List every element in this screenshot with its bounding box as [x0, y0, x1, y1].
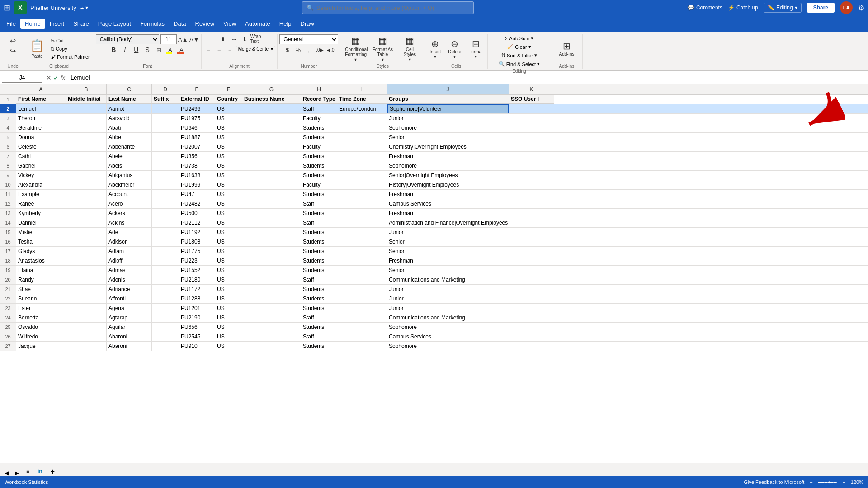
cell[interactable]: [509, 237, 554, 246]
cell-k1[interactable]: SSO User I: [509, 95, 554, 104]
cell[interactable]: Sophomore|Volunteer: [387, 104, 509, 113]
table-row[interactable]: 11ExampleAccountPU47USStudentsFreshman: [0, 190, 868, 199]
cell[interactable]: [337, 228, 387, 237]
user-avatar[interactable]: LA: [840, 1, 853, 14]
cell[interactable]: [242, 104, 301, 113]
cell[interactable]: [242, 171, 301, 180]
row-number[interactable]: 7: [0, 152, 16, 161]
cell[interactable]: Geraldine: [16, 123, 66, 132]
editing-button[interactable]: ✏️ Editing ▾: [764, 3, 802, 13]
cell[interactable]: Junior: [387, 285, 509, 294]
cell[interactable]: History|Overnight Employees: [387, 180, 509, 189]
cell[interactable]: PU1638: [179, 171, 215, 180]
cell[interactable]: US: [215, 114, 242, 123]
cell[interactable]: PU2496: [179, 104, 215, 113]
menu-home[interactable]: Home: [20, 19, 45, 29]
cell[interactable]: [337, 342, 387, 351]
feedback-text[interactable]: Give Feedback to Microsoft: [744, 479, 804, 485]
cell[interactable]: [66, 190, 107, 199]
cell[interactable]: Cathi: [16, 152, 66, 161]
cell[interactable]: PU1552: [179, 266, 215, 275]
cell-j1[interactable]: Groups: [387, 95, 509, 104]
cell[interactable]: [509, 323, 554, 332]
cell[interactable]: US: [215, 237, 242, 246]
name-box[interactable]: [2, 73, 42, 83]
cell[interactable]: Students: [301, 247, 337, 256]
row-number[interactable]: 8: [0, 161, 16, 170]
cell[interactable]: Aharoni: [107, 332, 152, 341]
format-cell-button[interactable]: ⊟ Format ▾: [466, 36, 486, 61]
sort-filter-button[interactable]: ⇅ Sort & Filter ▾: [500, 52, 539, 59]
cell[interactable]: Tesha: [16, 237, 66, 246]
cell[interactable]: PU656: [179, 323, 215, 332]
table-row[interactable]: 2LemuelAamotPU2496USStaffEurope/LondonSo…: [0, 104, 868, 114]
cell[interactable]: Faculty: [301, 114, 337, 123]
cell[interactable]: [509, 313, 554, 322]
cell[interactable]: Senior: [387, 237, 509, 246]
cell[interactable]: [509, 199, 554, 208]
cut-button[interactable]: ✂ Cut: [49, 37, 92, 45]
zoom-out-btn[interactable]: −: [810, 479, 812, 485]
menu-formulas[interactable]: Formulas: [136, 19, 169, 29]
addins-button[interactable]: ⊞ Add-ins: [556, 36, 577, 61]
row-number[interactable]: 24: [0, 313, 16, 322]
cell-a1[interactable]: First Name: [16, 95, 66, 104]
cell[interactable]: Account: [107, 190, 152, 199]
cell[interactable]: Danniel: [16, 218, 66, 227]
cell[interactable]: Students: [301, 294, 337, 303]
cell[interactable]: [242, 332, 301, 341]
cell[interactable]: PU2180: [179, 275, 215, 284]
format-as-table-button[interactable]: ▦ Format As Table ▾: [369, 34, 396, 63]
cell[interactable]: [337, 275, 387, 284]
cell[interactable]: PU1288: [179, 294, 215, 303]
table-row[interactable]: 14DannielAckinsPU2112USStaffAdministrati…: [0, 218, 868, 228]
cell[interactable]: Lemuel: [16, 104, 66, 113]
cell[interactable]: [337, 190, 387, 199]
cell[interactable]: Freshman: [387, 256, 509, 265]
cell[interactable]: US: [215, 180, 242, 189]
col-header-k[interactable]: K: [509, 84, 554, 94]
search-input[interactable]: [316, 5, 469, 11]
cell[interactable]: [66, 123, 107, 132]
cell[interactable]: [509, 114, 554, 123]
cell[interactable]: PU47: [179, 190, 215, 199]
row-number[interactable]: 10: [0, 180, 16, 189]
cell[interactable]: PU2545: [179, 332, 215, 341]
row-number[interactable]: 19: [0, 266, 16, 275]
menu-review[interactable]: Review: [191, 19, 219, 29]
cell[interactable]: Ackins: [107, 218, 152, 227]
align-left-button[interactable]: ≡: [203, 44, 213, 53]
cell[interactable]: PU1808: [179, 237, 215, 246]
table-row[interactable]: 27JacqueAbaroniPU910USStudentsSophomore: [0, 342, 868, 351]
cell[interactable]: [66, 237, 107, 246]
cell[interactable]: [242, 342, 301, 351]
cell[interactable]: Ackers: [107, 209, 152, 218]
cell[interactable]: PU356: [179, 152, 215, 161]
cell[interactable]: US: [215, 313, 242, 322]
col-header-a[interactable]: A: [16, 84, 66, 94]
cell[interactable]: [152, 256, 179, 265]
col-header-j[interactable]: J: [387, 84, 509, 94]
cell[interactable]: [509, 104, 554, 113]
cell[interactable]: Students: [301, 152, 337, 161]
cell[interactable]: [337, 152, 387, 161]
cell[interactable]: PU500: [179, 209, 215, 218]
cell[interactable]: Example: [16, 190, 66, 199]
cell[interactable]: [509, 142, 554, 151]
cell[interactable]: US: [215, 294, 242, 303]
cell[interactable]: Gladys: [16, 247, 66, 256]
cell[interactable]: Staff: [301, 218, 337, 227]
cell[interactable]: [152, 218, 179, 227]
scroll-area[interactable]: A B C D E F G H I J K 1 First Name Middl…: [0, 84, 868, 463]
cell-styles-button[interactable]: ▦ Cell Styles ▾: [396, 34, 423, 63]
cell[interactable]: [509, 228, 554, 237]
table-row[interactable]: 6CelesteAbbenantePU2007USFacultyChemistr…: [0, 142, 868, 152]
row-number[interactable]: 16: [0, 237, 16, 246]
cell[interactable]: US: [215, 218, 242, 227]
cell[interactable]: US: [215, 228, 242, 237]
menu-file[interactable]: File: [2, 19, 20, 29]
cell[interactable]: [242, 313, 301, 322]
next-sheet-btn[interactable]: ▶: [12, 470, 22, 476]
zoom-in-btn[interactable]: +: [842, 479, 845, 485]
row-number[interactable]: 15: [0, 228, 16, 237]
